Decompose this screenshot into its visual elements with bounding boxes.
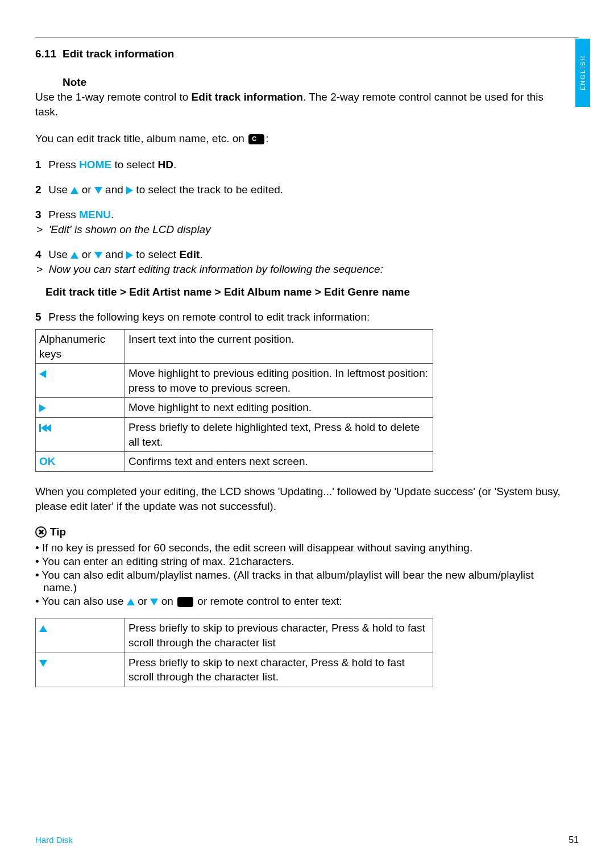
step-1: 1 Press HOME to select HD. <box>35 159 563 171</box>
tip-item: • You can enter an editing string of max… <box>35 555 563 568</box>
note-text: Use the 1-way remote control to Edit tra… <box>35 90 563 119</box>
tip-item: • You can also edit album/playlist names… <box>35 569 563 594</box>
tip-heading: Tip <box>35 526 563 538</box>
desc-cell: Press briefly to skip to previous charac… <box>125 618 433 653</box>
skip-back-key <box>36 418 125 452</box>
table-row: Move highlight to previous editing posit… <box>36 364 433 398</box>
right-arrow-icon <box>126 186 133 194</box>
right-arrow-icon <box>126 251 133 259</box>
down-arrow-icon <box>94 252 102 259</box>
desc-cell: Move highlight to previous editing posit… <box>125 364 433 398</box>
header-rule <box>35 37 579 38</box>
center-unit-icon <box>248 134 264 144</box>
intro-text: You can edit track title, album name, et… <box>35 131 563 146</box>
step-5: 5 Press the following keys on remote con… <box>35 311 563 323</box>
down-arrow-icon <box>150 599 158 605</box>
up-arrow-key <box>36 618 125 653</box>
note-label: Note <box>63 76 563 89</box>
desc-cell: Press briefly to skip to next character,… <box>125 653 433 687</box>
up-arrow-icon <box>127 599 135 605</box>
tip-item: • If no key is pressed for 60 seconds, t… <box>35 542 563 554</box>
step-3: 3 Press MENU. <box>35 209 563 221</box>
down-arrow-icon <box>94 187 102 194</box>
up-arrow-icon <box>39 625 47 632</box>
table-row: Press briefly to skip to previous charac… <box>36 618 433 653</box>
table-row: OK Confirms text and enters next screen. <box>36 452 433 472</box>
left-arrow-icon <box>39 370 46 378</box>
step-3-result: > 'Edit' is shown on the LCD display <box>36 223 563 236</box>
table-row: Press briefly to skip to next character,… <box>36 653 433 687</box>
language-tab: ENGLISH <box>575 39 590 107</box>
step-2: 2 Use or and to select the track to be e… <box>35 184 563 196</box>
desc-cell: Press briefly to delete highlighted text… <box>125 418 433 452</box>
right-arrow-icon <box>39 404 46 412</box>
skip-back-icon <box>39 424 52 432</box>
section-title: Edit track information <box>63 48 174 60</box>
tip-icon <box>35 526 47 538</box>
remote-keys-table: Alphanumeric keys Insert text into the c… <box>35 329 433 472</box>
page-content: 6.11Edit track information Note Use the … <box>35 48 579 687</box>
section-number: 6.11 <box>35 48 63 60</box>
down-arrow-key <box>36 653 125 687</box>
footer-section: Hard Disk <box>35 835 73 845</box>
ok-key: OK <box>36 452 125 472</box>
section-heading: 6.11Edit track information <box>35 48 563 60</box>
table-row: Press briefly to delete highlighted text… <box>36 418 433 452</box>
up-arrow-icon <box>70 252 78 259</box>
table-row: Move highlight to next editing position. <box>36 398 433 418</box>
after-table-text: When you completed your editing, the LCD… <box>35 484 563 513</box>
key-cell: Alphanumeric keys <box>36 329 125 363</box>
step-4: 4 Use or and to select Edit. <box>35 248 563 261</box>
page-number: 51 <box>569 835 579 845</box>
step-4-result: > Now you can start editing track inform… <box>36 263 563 276</box>
right-arrow-key <box>36 398 125 418</box>
center-unit-icon <box>177 597 193 607</box>
down-arrow-icon <box>39 660 47 667</box>
desc-cell: Move highlight to next editing position. <box>125 398 433 418</box>
left-arrow-key <box>36 364 125 398</box>
up-arrow-icon <box>70 187 78 194</box>
tip-item: • You can also use or on or remote contr… <box>35 595 563 608</box>
edit-sequence: Edit track title > Edit Artist name > Ed… <box>45 286 563 298</box>
tip-list: • If no key is pressed for 60 seconds, t… <box>35 542 563 608</box>
page-footer: Hard Disk 51 <box>35 835 579 845</box>
character-nav-table: Press briefly to skip to previous charac… <box>35 618 433 687</box>
desc-cell: Insert text into the current position. <box>125 329 433 363</box>
desc-cell: Confirms text and enters next screen. <box>125 452 433 472</box>
table-row: Alphanumeric keys Insert text into the c… <box>36 329 433 363</box>
